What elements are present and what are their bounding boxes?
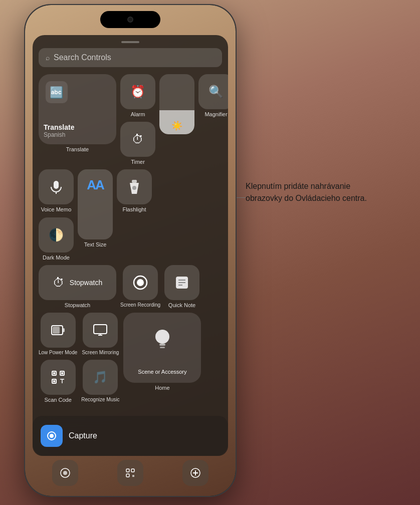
svg-rect-14 <box>53 327 60 334</box>
magnifier-icon: 🔍 <box>208 86 224 98</box>
scan-code-icon <box>52 371 65 384</box>
dark-mode-icon-box[interactable]: 🌓 <box>39 217 74 252</box>
bottom-icons-row <box>33 460 228 486</box>
svg-rect-34 <box>131 469 134 472</box>
stopwatch-label: Stopwatch <box>65 302 90 309</box>
dark-mode-label: Dark Mode <box>43 255 70 261</box>
screen-recording-icon-box[interactable] <box>123 265 158 300</box>
translate-text: Translate Spanish <box>39 123 116 138</box>
row-1: 🔤 Translate Spanish Translate <box>39 74 222 165</box>
bottom-icon-1[interactable] <box>52 460 78 486</box>
screen-mirroring-icon-box[interactable] <box>83 313 118 348</box>
scan-code-item[interactable]: Scan Code <box>39 360 77 403</box>
low-scan-group: Low Power Mode <box>39 313 77 403</box>
svg-rect-19 <box>61 372 63 374</box>
flashlight-icon <box>128 180 140 194</box>
magnifier-icon-box[interactable]: 🔍 <box>198 74 228 109</box>
quick-note-item[interactable]: Quick Note <box>164 265 199 309</box>
magnifier-item[interactable]: 🔍 Magnifier <box>198 74 228 165</box>
svg-point-26 <box>155 330 169 344</box>
row-3: ⏱ Stopwatch Stopwatch Scr <box>39 265 222 309</box>
row-4: Low Power Mode <box>39 313 222 403</box>
voice-memo-icon-box[interactable] <box>39 169 74 204</box>
low-power-item[interactable]: Low Power Mode <box>39 313 77 356</box>
scene-home-label: Home <box>155 385 169 391</box>
svg-rect-4 <box>132 180 137 183</box>
recognize-music-icon: 🎵 <box>93 371 108 383</box>
alarm-label: Alarm <box>131 111 145 118</box>
svg-rect-28 <box>160 347 165 348</box>
svg-point-5 <box>132 186 136 190</box>
search-bar[interactable]: ⌕ Search Controls <box>39 48 222 67</box>
callout-annotation: Klepnutím pridáte nahrávanie obrazovky d… <box>246 180 386 204</box>
capture-label: Capture <box>69 431 97 440</box>
control-center: ⌕ Search Controls 🔤 <box>33 35 228 456</box>
timer-icon-box[interactable]: ⏱ <box>120 122 155 157</box>
camera <box>127 17 133 23</box>
svg-rect-18 <box>53 372 55 374</box>
alarm-icon: ⏰ <box>130 86 145 98</box>
alarm-item[interactable]: ⏰ Alarm <box>120 74 155 118</box>
alarm-timer-group: ⏰ Alarm ⏱ Timer <box>120 74 155 165</box>
controls-grid: 🔤 Translate Spanish Translate <box>39 74 222 403</box>
drag-handle <box>121 41 139 43</box>
svg-point-30 <box>50 434 54 438</box>
phone-screen: ⌕ Search Controls 🔤 <box>25 5 236 496</box>
recognize-music-label: Recognize Music <box>81 397 119 403</box>
translate-item[interactable]: 🔤 Translate Spanish Translate <box>39 74 116 165</box>
bottom-icon-3[interactable] <box>182 460 208 486</box>
svg-rect-2 <box>54 181 59 189</box>
flashlight-item[interactable]: Flashlight <box>117 169 152 261</box>
screen-recording-item[interactable]: Screen Recording <box>120 265 160 309</box>
screen-mirroring-icon <box>93 324 107 336</box>
row-2: Voice Memo 🌓 Dark Mode <box>39 169 222 261</box>
voice-memo-icon <box>49 180 63 194</box>
svg-text:🔤: 🔤 <box>50 86 64 99</box>
brightness-slider[interactable]: ☀️ <box>159 74 194 134</box>
voice-memo-label: Voice Memo <box>41 206 72 213</box>
quick-note-icon <box>175 276 189 290</box>
bottom-icon-2[interactable] <box>117 460 143 486</box>
screen-recording-icon <box>133 275 148 290</box>
scan-code-label: Scan Code <box>44 397 71 403</box>
svg-rect-35 <box>126 474 129 477</box>
scan-code-icon-box[interactable] <box>41 360 76 395</box>
text-size-item[interactable]: AA Text Size <box>78 169 113 261</box>
svg-rect-13 <box>63 328 65 332</box>
bottom-bar: Capture <box>33 416 228 456</box>
text-size-icon-box[interactable]: AA <box>78 169 113 239</box>
translate-icon: 🔤 <box>46 81 68 105</box>
voice-memo-item[interactable]: Voice Memo <box>39 169 74 213</box>
scene-home-item[interactable]: Scene or Accessory Home <box>123 313 201 403</box>
dark-mode-item[interactable]: 🌓 Dark Mode <box>39 217 74 261</box>
capture-icon-box[interactable] <box>41 425 63 447</box>
timer-icon: ⏱ <box>132 133 144 145</box>
translate-icon-box[interactable]: 🔤 Translate Spanish <box>39 74 116 144</box>
scene-label-inner: Scene or Accessory <box>123 369 201 377</box>
screen-mirroring-item[interactable]: Screen Mirroring <box>81 313 119 356</box>
stopwatch-icon-box[interactable]: ⏱ Stopwatch <box>39 265 116 300</box>
svg-rect-33 <box>126 469 129 472</box>
low-power-label: Low Power Mode <box>39 350 77 356</box>
scene-icon-box[interactable]: Scene or Accessory <box>123 313 201 383</box>
row2-spacer <box>156 169 191 261</box>
svg-point-7 <box>137 279 144 286</box>
text-size-visual: AA <box>87 177 104 193</box>
screen-mirroring-label: Screen Mirroring <box>82 350 119 356</box>
recognize-music-icon-box[interactable]: 🎵 <box>83 360 118 395</box>
timer-item[interactable]: ⏱ Timer <box>120 122 155 165</box>
text-size-label: Text Size <box>84 241 107 248</box>
timer-label: Timer <box>131 159 145 165</box>
flashlight-icon-box[interactable] <box>117 169 152 204</box>
magnifier-label: Magnifier <box>204 111 227 118</box>
search-placeholder: Search Controls <box>54 53 111 62</box>
svg-rect-20 <box>53 380 55 382</box>
low-power-icon-box[interactable] <box>41 313 76 348</box>
stopwatch-item[interactable]: ⏱ Stopwatch Stopwatch <box>39 265 116 309</box>
search-icon: ⌕ <box>46 54 50 62</box>
dark-mode-icon: 🌓 <box>49 229 64 241</box>
quick-note-icon-box[interactable] <box>164 265 199 300</box>
recognize-music-item[interactable]: 🎵 Recognize Music <box>81 360 119 403</box>
brightness-item[interactable]: ☀️ <box>159 74 194 165</box>
alarm-icon-box[interactable]: ⏰ <box>120 74 155 109</box>
